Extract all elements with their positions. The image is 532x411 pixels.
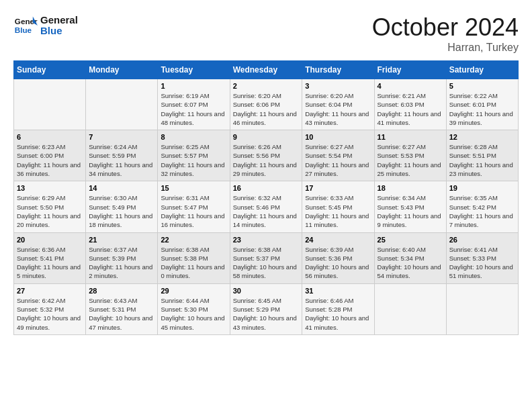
day-detail: Sunrise: 6:27 AM Sunset: 5:54 PM Dayligh… [305, 142, 371, 178]
days-header-row: SundayMondayTuesdayWednesdayThursdayFrid… [14, 61, 519, 79]
day-number: 12 [449, 133, 515, 141]
day-detail: Sunrise: 6:27 AM Sunset: 5:53 PM Dayligh… [378, 142, 443, 178]
day-number: 13 [17, 184, 83, 192]
day-number: 17 [305, 184, 371, 192]
day-number: 16 [233, 184, 300, 192]
day-number: 26 [449, 236, 515, 244]
calendar-cell: 9Sunrise: 6:26 AM Sunset: 5:56 PM Daylig… [230, 130, 302, 181]
day-detail: Sunrise: 6:32 AM Sunset: 5:46 PM Dayligh… [233, 193, 300, 229]
day-detail: Sunrise: 6:31 AM Sunset: 5:47 PM Dayligh… [161, 193, 226, 229]
day-header-monday: Monday [86, 61, 158, 79]
day-detail: Sunrise: 6:20 AM Sunset: 6:04 PM Dayligh… [305, 91, 371, 127]
day-detail: Sunrise: 6:30 AM Sunset: 5:49 PM Dayligh… [89, 193, 154, 229]
day-detail: Sunrise: 6:38 AM Sunset: 5:37 PM Dayligh… [233, 245, 300, 281]
day-number: 14 [89, 184, 154, 192]
day-detail: Sunrise: 6:24 AM Sunset: 5:59 PM Dayligh… [89, 142, 154, 178]
calendar-cell [14, 79, 86, 130]
day-number: 6 [17, 133, 83, 141]
day-header-tuesday: Tuesday [158, 61, 230, 79]
day-number: 20 [17, 236, 83, 244]
calendar-cell: 6Sunrise: 6:23 AM Sunset: 6:00 PM Daylig… [14, 130, 86, 181]
day-detail: Sunrise: 6:42 AM Sunset: 5:32 PM Dayligh… [17, 296, 83, 332]
day-number: 15 [161, 184, 226, 192]
calendar-cell: 25Sunrise: 6:40 AM Sunset: 5:34 PM Dayli… [374, 232, 446, 283]
day-detail: Sunrise: 6:21 AM Sunset: 6:03 PM Dayligh… [378, 91, 443, 127]
day-number: 9 [233, 133, 300, 141]
calendar-cell: 17Sunrise: 6:33 AM Sunset: 5:45 PM Dayli… [302, 181, 374, 232]
day-detail: Sunrise: 6:26 AM Sunset: 5:56 PM Dayligh… [233, 142, 300, 178]
day-header-saturday: Saturday [446, 61, 518, 79]
day-number: 24 [305, 236, 371, 244]
day-number: 25 [378, 236, 443, 244]
calendar-cell: 22Sunrise: 6:38 AM Sunset: 5:38 PM Dayli… [158, 232, 230, 283]
day-header-sunday: Sunday [14, 61, 86, 79]
day-detail: Sunrise: 6:38 AM Sunset: 5:38 PM Dayligh… [161, 245, 226, 281]
day-detail: Sunrise: 6:37 AM Sunset: 5:39 PM Dayligh… [89, 245, 154, 281]
week-row-4: 20Sunrise: 6:36 AM Sunset: 5:41 PM Dayli… [14, 232, 519, 283]
day-detail: Sunrise: 6:25 AM Sunset: 5:57 PM Dayligh… [161, 142, 226, 178]
day-number: 5 [449, 82, 515, 90]
day-detail: Sunrise: 6:39 AM Sunset: 5:36 PM Dayligh… [305, 245, 371, 281]
calendar-cell: 23Sunrise: 6:38 AM Sunset: 5:37 PM Dayli… [230, 232, 302, 283]
day-number: 22 [161, 236, 226, 244]
logo-blue-text: Blue [40, 26, 78, 37]
calendar-cell: 2Sunrise: 6:20 AM Sunset: 6:06 PM Daylig… [230, 79, 302, 130]
day-number: 18 [378, 184, 443, 192]
calendar-cell: 21Sunrise: 6:37 AM Sunset: 5:39 PM Dayli… [86, 232, 158, 283]
day-number: 19 [449, 184, 515, 192]
day-number: 21 [89, 236, 154, 244]
calendar-cell: 11Sunrise: 6:27 AM Sunset: 5:53 PM Dayli… [374, 130, 446, 181]
day-number: 7 [89, 133, 154, 141]
day-detail: Sunrise: 6:36 AM Sunset: 5:41 PM Dayligh… [17, 245, 83, 281]
page-header: General Blue General Blue October 2024 H… [13, 13, 519, 54]
calendar-cell [374, 283, 446, 334]
calendar-cell: 31Sunrise: 6:46 AM Sunset: 5:28 PM Dayli… [302, 283, 374, 334]
calendar-cell: 3Sunrise: 6:20 AM Sunset: 6:04 PM Daylig… [302, 79, 374, 130]
calendar-cell: 26Sunrise: 6:41 AM Sunset: 5:33 PM Dayli… [446, 232, 518, 283]
day-detail: Sunrise: 6:44 AM Sunset: 5:30 PM Dayligh… [161, 296, 226, 332]
calendar-cell: 13Sunrise: 6:29 AM Sunset: 5:50 PM Dayli… [14, 181, 86, 232]
calendar-cell: 10Sunrise: 6:27 AM Sunset: 5:54 PM Dayli… [302, 130, 374, 181]
calendar-cell: 30Sunrise: 6:45 AM Sunset: 5:29 PM Dayli… [230, 283, 302, 334]
day-number: 3 [305, 82, 371, 90]
day-detail: Sunrise: 6:22 AM Sunset: 6:01 PM Dayligh… [449, 91, 515, 127]
day-number: 31 [305, 287, 371, 295]
logo: General Blue General Blue [13, 13, 78, 38]
day-header-wednesday: Wednesday [230, 61, 302, 79]
month-year-title: October 2024 [372, 13, 519, 42]
calendar-cell: 5Sunrise: 6:22 AM Sunset: 6:01 PM Daylig… [446, 79, 518, 130]
week-row-2: 6Sunrise: 6:23 AM Sunset: 6:00 PM Daylig… [14, 130, 519, 181]
calendar-cell: 12Sunrise: 6:28 AM Sunset: 5:51 PM Dayli… [446, 130, 518, 181]
calendar-cell: 19Sunrise: 6:35 AM Sunset: 5:42 PM Dayli… [446, 181, 518, 232]
day-number: 23 [233, 236, 300, 244]
day-detail: Sunrise: 6:35 AM Sunset: 5:42 PM Dayligh… [449, 193, 515, 229]
day-detail: Sunrise: 6:29 AM Sunset: 5:50 PM Dayligh… [17, 193, 83, 229]
logo-general-text: General [40, 15, 78, 26]
day-detail: Sunrise: 6:28 AM Sunset: 5:51 PM Dayligh… [449, 142, 515, 178]
day-number: 27 [17, 287, 83, 295]
calendar-cell: 27Sunrise: 6:42 AM Sunset: 5:32 PM Dayli… [14, 283, 86, 334]
day-detail: Sunrise: 6:41 AM Sunset: 5:33 PM Dayligh… [449, 245, 515, 281]
day-detail: Sunrise: 6:45 AM Sunset: 5:29 PM Dayligh… [233, 296, 300, 332]
calendar-cell: 7Sunrise: 6:24 AM Sunset: 5:59 PM Daylig… [86, 130, 158, 181]
day-detail: Sunrise: 6:23 AM Sunset: 6:00 PM Dayligh… [17, 142, 83, 178]
calendar-cell: 8Sunrise: 6:25 AM Sunset: 5:57 PM Daylig… [158, 130, 230, 181]
calendar-cell: 28Sunrise: 6:43 AM Sunset: 5:31 PM Dayli… [86, 283, 158, 334]
day-number: 28 [89, 287, 154, 295]
day-number: 30 [233, 287, 300, 295]
week-row-3: 13Sunrise: 6:29 AM Sunset: 5:50 PM Dayli… [14, 181, 519, 232]
logo-icon: General Blue [13, 13, 38, 38]
day-header-friday: Friday [374, 61, 446, 79]
day-detail: Sunrise: 6:33 AM Sunset: 5:45 PM Dayligh… [305, 193, 371, 229]
calendar-cell: 14Sunrise: 6:30 AM Sunset: 5:49 PM Dayli… [86, 181, 158, 232]
calendar-cell: 18Sunrise: 6:34 AM Sunset: 5:43 PM Dayli… [374, 181, 446, 232]
day-number: 4 [378, 82, 443, 90]
calendar-cell [86, 79, 158, 130]
calendar-table: SundayMondayTuesdayWednesdayThursdayFrid… [13, 60, 519, 335]
week-row-1: 1Sunrise: 6:19 AM Sunset: 6:07 PM Daylig… [14, 79, 519, 130]
calendar-cell [446, 283, 518, 334]
calendar-cell: 16Sunrise: 6:32 AM Sunset: 5:46 PM Dayli… [230, 181, 302, 232]
day-number: 8 [161, 133, 226, 141]
calendar-cell: 15Sunrise: 6:31 AM Sunset: 5:47 PM Dayli… [158, 181, 230, 232]
title-section: October 2024 Harran, Turkey [372, 13, 519, 54]
